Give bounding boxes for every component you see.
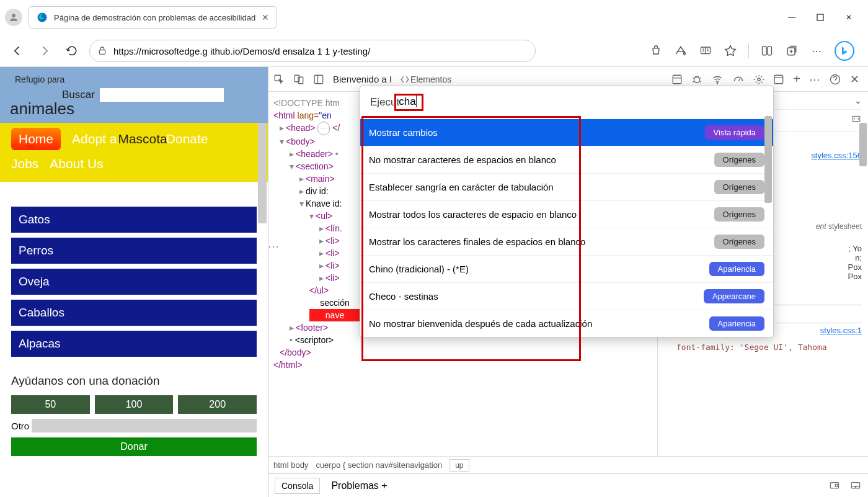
wifi-icon[interactable] [711, 74, 724, 85]
dock-icon[interactable] [849, 481, 862, 491]
command-menu: Ejecutcha Mostrar cambiosVista rápidaNo … [360, 86, 774, 338]
list-item[interactable]: Caballos [11, 300, 257, 326]
command-label: No mostrar caracteres de espacios en bla… [369, 154, 556, 165]
reader-icon[interactable] [699, 44, 712, 58]
favorite-icon[interactable] [724, 44, 737, 58]
crumb[interactable]: html body [273, 460, 308, 470]
split-icon[interactable] [760, 44, 774, 58]
panel-icon[interactable] [313, 74, 324, 85]
console-tab[interactable]: Consola [275, 478, 320, 494]
svg-rect-12 [673, 75, 682, 84]
list-item[interactable]: Alpacas [11, 331, 257, 357]
amount-button[interactable]: 50 [11, 395, 90, 414]
scrollbar[interactable] [859, 123, 867, 166]
back-button[interactable] [7, 41, 27, 61]
problems-tab[interactable]: Problemas + [331, 480, 387, 491]
breadcrumb: html body cuerpo { section nav#sitenavig… [268, 456, 868, 473]
donar-button[interactable]: Donar [11, 437, 257, 456]
user-icon [8, 12, 19, 23]
crumb-up[interactable]: up [450, 459, 469, 472]
inspect-icon[interactable] [273, 74, 285, 85]
search-input[interactable] [100, 88, 224, 102]
nav-donate[interactable]: Donate [166, 132, 208, 146]
command-input-row[interactable]: Ejecutcha [360, 86, 773, 119]
titlebar: Página de demostración con problemas de … [0, 0, 868, 35]
nav-jobs[interactable]: Jobs [11, 156, 38, 171]
crumb[interactable]: cuerpo { section nav#sitenavigation [316, 460, 442, 470]
command-badge: Orígenes [714, 207, 764, 222]
url-text: https://microsoftedge.g ithub.io/Demos/d… [113, 46, 370, 56]
source-link[interactable]: styles.css:156 [811, 151, 862, 160]
more-icon[interactable]: ⋯ [810, 44, 823, 58]
command-label: No mostrar bienvenida después de cada ac… [369, 318, 592, 329]
command-label: Checo - sestinas [369, 291, 438, 302]
performance-icon[interactable] [732, 74, 745, 85]
otro-label: Otro [11, 421, 29, 431]
bug-icon[interactable] [691, 74, 702, 85]
help-icon[interactable] [829, 73, 841, 86]
command-label: Mostrar todos los caracteres de espacio … [369, 209, 577, 220]
nav-about[interactable]: About Us [50, 156, 103, 171]
shopping-icon[interactable] [649, 44, 663, 58]
refugio-label: Refugio para [6, 71, 262, 84]
collections-icon[interactable] [785, 44, 799, 58]
svg-point-0 [12, 14, 16, 17]
command-item[interactable]: Mostrar los caracteres finales de espaci… [360, 228, 773, 255]
list-item[interactable]: Gatos [11, 207, 257, 233]
command-badge: Vista rápida [705, 125, 764, 140]
navbar: https://microsoftedge.g ithub.io/Demos/d… [0, 35, 868, 67]
command-item[interactable]: No mostrar caracteres de espacios en bla… [360, 146, 773, 173]
browser-tab[interactable]: Página de demostración con problemas de … [29, 6, 277, 29]
refresh-button[interactable] [62, 41, 82, 61]
bing-icon[interactable] [835, 41, 854, 61]
maximize-button[interactable] [806, 7, 835, 27]
toolbar-icon[interactable] [671, 74, 683, 85]
scrollbar[interactable] [764, 116, 772, 203]
selected-node-badge: nave [309, 309, 360, 321]
nav-home[interactable]: Home [11, 128, 61, 150]
profile-avatar[interactable] [5, 9, 22, 26]
welcome-tab[interactable]: Bienvenido a I [333, 74, 392, 84]
nav-mascota[interactable]: Mascota [118, 132, 167, 146]
gear-icon[interactable] [753, 74, 764, 85]
drawer-tabs: Consola Problemas + [268, 473, 868, 497]
command-item[interactable]: Checo - sestinasAppearcane [360, 282, 773, 310]
device-icon[interactable] [293, 74, 304, 85]
svg-point-15 [758, 78, 761, 81]
command-item[interactable]: No mostrar bienvenida después de cada ac… [360, 310, 773, 337]
address-bar[interactable]: https://microsoftedge.g ithub.io/Demos/d… [89, 40, 536, 62]
donate-block: Ayúdanos con una donación 50 100 200 Otr… [0, 369, 268, 461]
otro-input[interactable] [32, 419, 257, 432]
close-button[interactable]: ✕ [835, 7, 863, 27]
source-link[interactable]: styles.css:1 [820, 326, 862, 339]
close-icon[interactable]: ✕ [262, 12, 269, 22]
forward-button[interactable] [35, 41, 55, 61]
nav-adopt[interactable]: Adopt a [72, 132, 117, 146]
command-badge: Appearcane [704, 289, 764, 303]
more-icon[interactable]: ⋯ [809, 73, 820, 86]
list-item[interactable]: Oveja [11, 269, 257, 295]
command-item[interactable]: Mostrar cambiosVista rápida [360, 119, 773, 146]
amount-button[interactable]: 200 [178, 395, 257, 414]
plus-icon[interactable]: + [793, 72, 800, 86]
app-icon[interactable] [773, 74, 784, 85]
svg-rect-5 [763, 47, 767, 55]
command-item[interactable]: Establecer sangría en carácter de tabula… [360, 173, 773, 200]
window-controls: — ✕ [777, 7, 863, 27]
command-item[interactable]: Chino (tradicional) - (*E)Apariencia [360, 255, 773, 282]
command-badge: Orígenes [714, 153, 764, 167]
command-badge: Orígenes [714, 180, 764, 194]
list-item[interactable]: Perros [11, 238, 257, 264]
command-label: Mostrar los caracteres finales de espaci… [369, 236, 585, 247]
amount-button[interactable]: 100 [95, 395, 174, 414]
svg-rect-22 [835, 484, 837, 486]
minimize-button[interactable]: — [777, 7, 806, 27]
drawer-icon[interactable] [828, 481, 841, 491]
page-header: Refugio para Buscar animales [0, 67, 268, 123]
dom-more-icon[interactable]: ⋯ [268, 240, 279, 253]
command-item[interactable]: Mostrar todos los caracteres de espacio … [360, 200, 773, 228]
close-icon[interactable]: ✕ [850, 73, 859, 86]
chevron-down-icon[interactable]: ⌄ [854, 96, 862, 105]
elements-tab[interactable]: Elementos [401, 74, 451, 84]
read-aloud-icon[interactable] [674, 44, 688, 58]
